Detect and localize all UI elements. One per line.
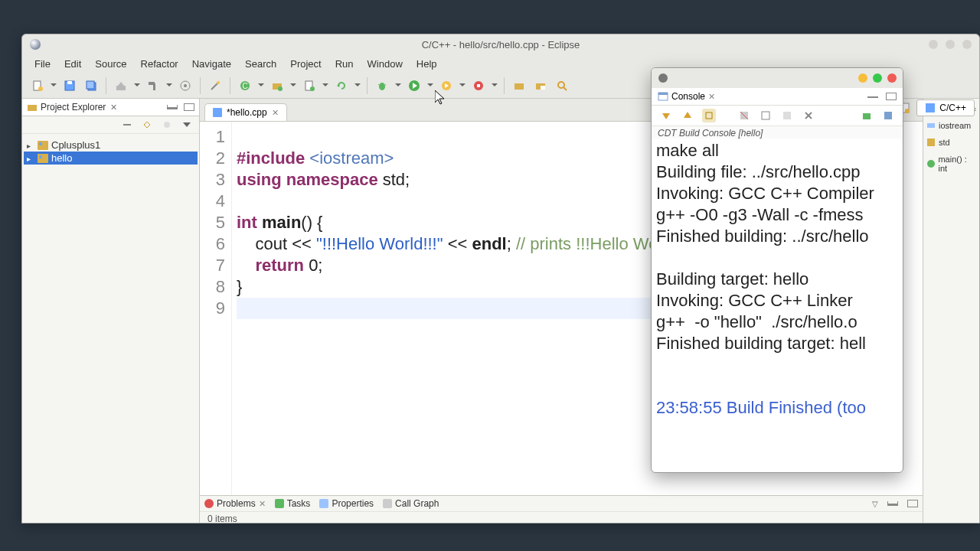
open-type-button[interactable] (510, 77, 528, 95)
menu-navigate[interactable]: Navigate (186, 57, 237, 71)
menu-run[interactable]: Run (329, 57, 360, 71)
window-controls (929, 40, 972, 49)
clear-console-icon[interactable] (737, 109, 751, 122)
debug-dropdown[interactable] (394, 77, 402, 95)
debug-button[interactable] (373, 77, 391, 95)
menu-edit[interactable]: Edit (58, 57, 87, 71)
new-file-dropdown[interactable] (322, 77, 329, 95)
new-folder-button[interactable] (268, 77, 286, 95)
svg-rect-47 (658, 93, 668, 95)
build-button[interactable] (112, 77, 130, 95)
view-menu-icon[interactable]: ▽ (872, 500, 878, 508)
outline-item[interactable]: iostream (926, 121, 976, 130)
minimize-button[interactable] (858, 73, 867, 83)
outline-item[interactable]: main() : int (926, 155, 976, 173)
open-task-button[interactable] (531, 77, 550, 95)
profile-dropdown[interactable] (459, 77, 466, 95)
svg-point-21 (379, 83, 385, 90)
perspective-label: C/C++ (939, 103, 966, 113)
scroll-up-icon[interactable] (681, 109, 694, 122)
scroll-down-icon[interactable] (659, 109, 673, 122)
close-icon[interactable]: ✕ (272, 108, 279, 118)
close-button[interactable] (962, 40, 972, 49)
menu-file[interactable]: File (28, 57, 57, 71)
maximize-view-button[interactable] (886, 93, 897, 100)
close-icon[interactable]: ✕ (259, 499, 266, 509)
run-dropdown[interactable] (426, 77, 434, 95)
tab-callgraph[interactable]: Call Graph (383, 498, 439, 509)
editor-tab-hello[interactable]: *hello.cpp ✕ (204, 103, 287, 121)
tab-problems[interactable]: Problems✕ (204, 498, 266, 509)
svg-marker-48 (662, 113, 670, 119)
run-button[interactable] (405, 77, 423, 95)
console-titlebar[interactable] (652, 68, 903, 88)
line-num: 7 (200, 255, 225, 276)
console-title: Console (671, 91, 705, 102)
menu-refactor[interactable]: Refactor (135, 57, 185, 71)
collapse-all-icon[interactable] (121, 119, 133, 130)
expand-icon[interactable] (27, 139, 34, 151)
link-editor-icon[interactable] (141, 119, 153, 130)
maximize-button[interactable] (873, 73, 882, 83)
maximize-view-button[interactable] (907, 500, 918, 507)
hammer-dropdown[interactable] (165, 77, 173, 95)
refresh-button[interactable] (332, 77, 351, 95)
minimize-view-button[interactable] (887, 501, 898, 506)
save-all-button[interactable] (82, 77, 100, 95)
maximize-button[interactable] (946, 40, 955, 49)
console-output[interactable]: make all Building file: ../src/hello.cpp… (652, 139, 903, 472)
wand-button[interactable] (206, 77, 224, 95)
svg-rect-6 (116, 86, 126, 90)
minimize-button[interactable] (929, 40, 938, 49)
ext-tools-button[interactable] (469, 77, 488, 95)
refresh-dropdown[interactable] (354, 77, 361, 95)
console-tab[interactable]: Console ✕ (652, 88, 903, 106)
open-console-icon[interactable] (780, 109, 794, 122)
svg-rect-32 (541, 86, 545, 90)
hammer-button[interactable] (144, 77, 162, 95)
target-button[interactable] (176, 77, 194, 95)
close-icon[interactable]: ✕ (110, 103, 117, 112)
menu-window[interactable]: Window (361, 57, 409, 71)
search-button[interactable] (553, 77, 571, 95)
menu-search[interactable]: Search (239, 57, 283, 71)
new-folder-dropdown[interactable] (289, 77, 297, 95)
pin-console-icon[interactable] (702, 109, 716, 122)
project-explorer-tab[interactable]: Project Explorer ✕ (22, 99, 199, 116)
show-console-icon[interactable] (860, 109, 874, 122)
menu-help[interactable]: Help (410, 57, 443, 71)
display-console-icon[interactable] (759, 109, 773, 122)
tab-properties[interactable]: Properties (319, 498, 374, 509)
minimize-view-button[interactable] (867, 96, 878, 98)
new-file-button[interactable] (300, 77, 318, 95)
focus-task-icon[interactable] (161, 119, 173, 130)
new-dropdown[interactable] (50, 77, 57, 95)
perspective-cpp[interactable]: C/C++ (916, 99, 975, 116)
maximize-view-button[interactable] (184, 103, 194, 111)
build-dropdown[interactable] (133, 77, 141, 95)
save-button[interactable] (60, 77, 79, 95)
new-cclass-dropdown[interactable] (257, 77, 265, 95)
menu-project[interactable]: Project (284, 57, 327, 71)
close-icon[interactable]: ✕ (708, 92, 715, 102)
close-button[interactable] (887, 73, 897, 83)
tree-item-cplusplus1[interactable]: Cplusplus1 (24, 139, 198, 152)
view-menu-icon[interactable] (181, 119, 193, 130)
tab-tasks[interactable]: Tasks (275, 498, 311, 509)
code-content[interactable]: #include <iostream>using namespace std; … (232, 122, 691, 495)
new-console-icon[interactable] (881, 109, 895, 122)
expand-icon[interactable] (27, 152, 34, 164)
ext-tools-dropdown[interactable] (491, 77, 498, 95)
svg-rect-53 (762, 112, 769, 119)
new-button[interactable] (28, 77, 47, 95)
new-cclass-button[interactable]: C (236, 77, 254, 95)
minimize-view-button[interactable] (167, 105, 178, 109)
svg-rect-54 (783, 112, 791, 119)
tree-item-hello[interactable]: hello (24, 152, 198, 165)
menu-source[interactable]: Source (89, 57, 132, 71)
console-icon (658, 92, 668, 101)
remove-launch-icon[interactable] (802, 109, 815, 122)
outline-item[interactable]: std (926, 138, 976, 147)
profile-button[interactable] (437, 77, 456, 95)
project-icon (38, 141, 48, 150)
